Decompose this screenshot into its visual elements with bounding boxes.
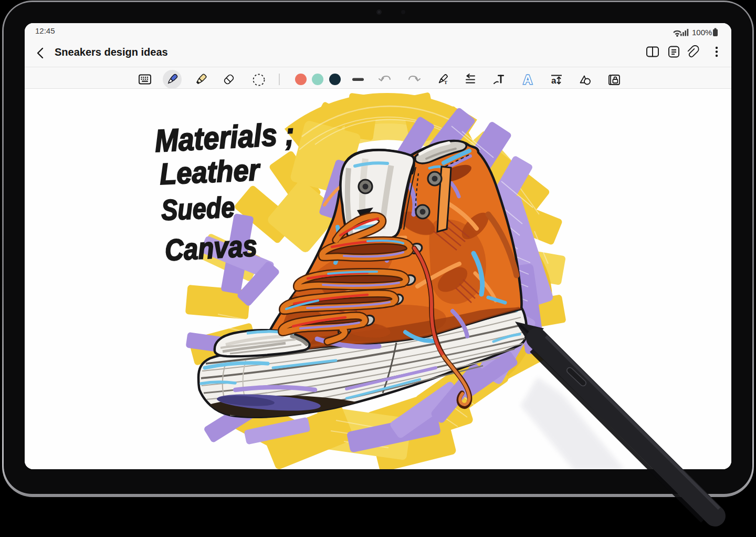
svg-text:Leather: Leather xyxy=(159,153,261,191)
svg-text:a: a xyxy=(551,76,556,86)
svg-text:Canvas: Canvas xyxy=(164,229,258,267)
svg-text:Suede: Suede xyxy=(161,191,236,226)
svg-text:A: A xyxy=(523,73,532,87)
svg-text:100%: 100% xyxy=(692,28,712,37)
svg-text:Materials ;: Materials ; xyxy=(154,116,295,159)
svg-text:T: T xyxy=(444,80,447,85)
